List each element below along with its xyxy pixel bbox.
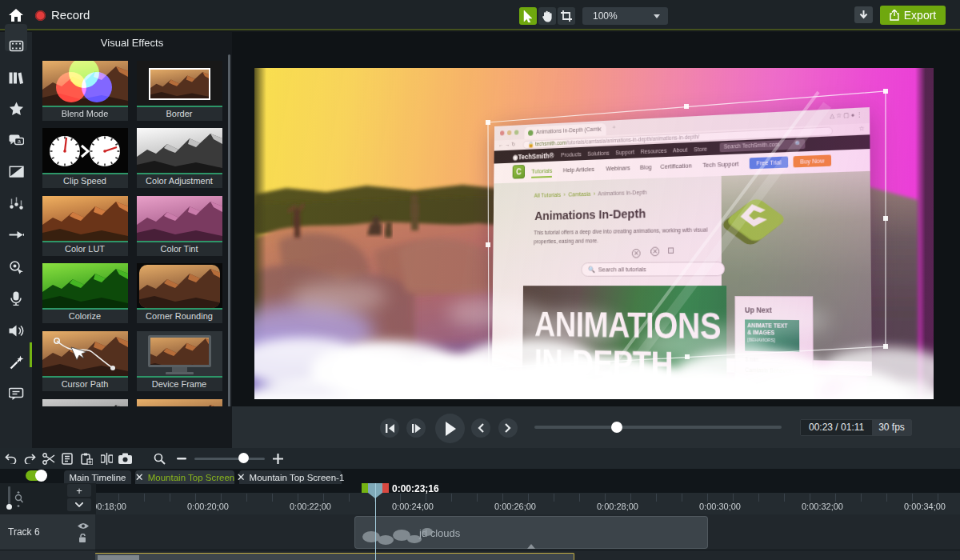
svg-text:a: a (18, 138, 21, 144)
